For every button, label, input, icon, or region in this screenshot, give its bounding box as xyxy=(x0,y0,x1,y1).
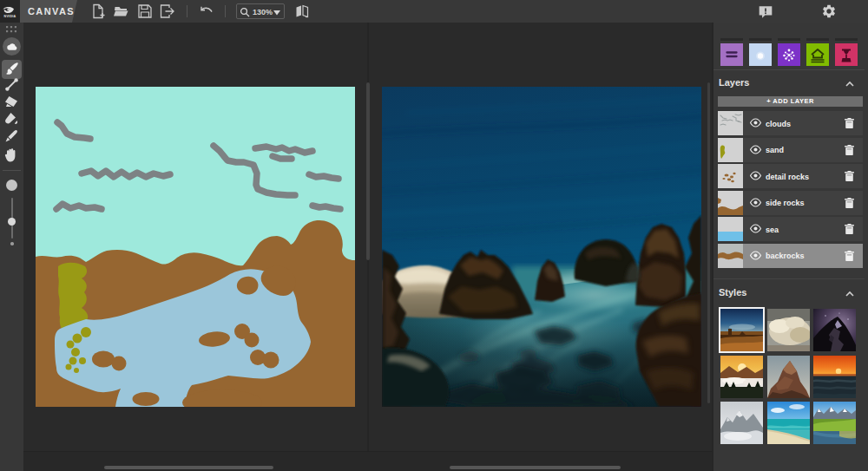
svg-text:NVIDIA: NVIDIA xyxy=(4,15,16,18)
